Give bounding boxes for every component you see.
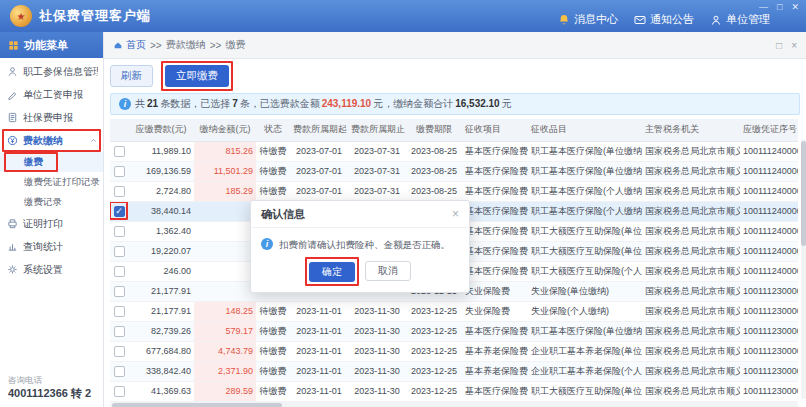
- dialog-close-icon[interactable]: ×: [452, 207, 459, 221]
- cell-pay-amount: [194, 281, 256, 301]
- sidebar-item-employee-info[interactable]: 职工参保信息管理: [0, 60, 103, 83]
- row-select-cell[interactable]: [110, 361, 128, 381]
- breadcrumb: 首页 >> 费款缴纳 >> 缴费 □ ×: [104, 32, 806, 59]
- chevron-up-icon: [89, 136, 98, 145]
- sidebar-item-fee-payment[interactable]: 费款缴纳: [0, 129, 103, 152]
- row-checkbox[interactable]: [114, 186, 125, 197]
- pay-total: 16,532.10: [455, 98, 500, 109]
- message-center-link[interactable]: 消息中心: [558, 12, 618, 27]
- header-pay-amount: 缴纳金额(元): [194, 119, 256, 141]
- header-period-start: 费款所属期起: [290, 119, 348, 141]
- cell-pay-amount: 815.26: [194, 141, 256, 161]
- cell-period-end: 2023-11-30: [348, 341, 406, 361]
- summary-text: 共21条数据，已选择7条，已选费款金额243,119.10元，缴纳金额合计16,…: [135, 97, 512, 111]
- sidebar-header: 功能菜单: [0, 32, 103, 58]
- row-select-cell[interactable]: [110, 381, 128, 401]
- sidebar-subitem-voucher-print-records[interactable]: 缴费凭证打印记录: [0, 172, 103, 192]
- row-select-cell[interactable]: [110, 161, 128, 181]
- dialog-body: i 扣费前请确认扣费险种、金额是否正确。: [251, 228, 469, 259]
- refresh-button[interactable]: 刷新: [110, 65, 153, 87]
- cell-levy-project: 基本医疗保险费: [462, 201, 528, 221]
- breadcrumb-home[interactable]: 首页: [113, 38, 146, 52]
- home-icon: [113, 40, 123, 50]
- row-select-cell[interactable]: [110, 261, 128, 281]
- vertical-scrollbar-thumb[interactable]: [801, 141, 806, 246]
- cell-tax-authority: 国家税务总局北京市顺义区...: [642, 141, 740, 161]
- row-select-cell[interactable]: [110, 201, 128, 221]
- row-checkbox[interactable]: [114, 386, 125, 397]
- row-checkbox[interactable]: [114, 166, 125, 177]
- sidebar-item-certificate-print[interactable]: 证明打印: [0, 212, 103, 235]
- cell-levy-project: 基本医疗保险费: [462, 161, 528, 181]
- unit-management-link[interactable]: 单位管理: [710, 12, 770, 27]
- row-checkbox[interactable]: [114, 146, 125, 157]
- maximize-icon[interactable]: □: [777, 2, 782, 12]
- cell-pay-amount: 185.29: [194, 181, 256, 201]
- cell-status: 待缴费: [256, 341, 290, 361]
- row-checkbox[interactable]: [114, 246, 125, 257]
- close-tab-icon[interactable]: ×: [791, 40, 797, 51]
- row-checkbox[interactable]: [114, 346, 125, 357]
- row-select-cell[interactable]: [110, 141, 128, 161]
- cell-voucher-no: 100111240000...: [740, 141, 798, 161]
- table-row[interactable]: 21,177.91 148.25 待缴费 2023-11-01 2023-11-…: [110, 301, 798, 321]
- restore-tab-icon[interactable]: □: [776, 40, 782, 51]
- table-row[interactable]: 82,739.26 579.17 待缴费 2023-11-01 2023-11-…: [110, 321, 798, 341]
- row-checkbox[interactable]: [114, 226, 125, 237]
- row-select-cell[interactable]: [110, 221, 128, 241]
- sidebar-item-fee-declare[interactable]: 社保费申报: [0, 106, 103, 129]
- row-checkbox[interactable]: [114, 286, 125, 297]
- sidebar-menu: 职工参保信息管理 单位工资申报 社保费申报 费款缴纳 缴费: [0, 58, 103, 281]
- dialog-cancel-button[interactable]: 取消: [365, 261, 411, 281]
- printer-icon: [7, 218, 18, 229]
- cell-period-end: 2023-11-30: [348, 301, 406, 321]
- row-select-cell[interactable]: [110, 301, 128, 321]
- close-icon[interactable]: ✕: [791, 2, 799, 12]
- minimize-icon[interactable]: —: [759, 2, 768, 12]
- sidebar-subitem-payment-records[interactable]: 缴费记录: [0, 192, 103, 212]
- table-row[interactable]: 169,136.59 11,501.29 待缴费 2023-07-01 2023…: [110, 161, 798, 181]
- row-select-cell[interactable]: [110, 341, 128, 361]
- row-checkbox[interactable]: [114, 266, 125, 277]
- row-checkbox[interactable]: [114, 366, 125, 377]
- cell-levy-project: 基本医疗保险费: [462, 221, 528, 241]
- cell-tax-authority: 国家税务总局北京市顺义区...: [642, 241, 740, 261]
- header-status: 状态: [256, 119, 290, 141]
- row-checkbox[interactable]: [114, 326, 125, 337]
- cell-amount-due: 246.00: [128, 261, 194, 281]
- dialog-title: 确认信息: [261, 207, 305, 222]
- sidebar-subitem-pay[interactable]: 缴费: [0, 152, 103, 172]
- person-doc-icon: [7, 66, 18, 77]
- person-icon: [710, 14, 722, 26]
- dialog-ok-button[interactable]: 确定: [309, 262, 355, 282]
- cell-levy-item: 职工基本医疗保险(单位缴纳): [528, 321, 642, 341]
- table-row[interactable]: 677,684.80 4,743.79 待缴费 2023-11-01 2023-…: [110, 341, 798, 361]
- row-select-cell[interactable]: [110, 181, 128, 201]
- money-icon: [7, 135, 18, 146]
- cell-period-start: 2023-11-01: [290, 321, 348, 341]
- row-select-cell[interactable]: [110, 241, 128, 261]
- cell-levy-project: 失业保险费: [462, 301, 528, 321]
- cell-levy-project: 基本医疗保险费: [462, 381, 528, 401]
- cell-pay-amount: 579.17: [194, 321, 256, 341]
- table-row[interactable]: 2,724.80 185.29 待缴费 2023-07-01 2023-07-3…: [110, 181, 798, 201]
- pen-icon: [7, 89, 18, 100]
- selected-amount: 243,119.10: [322, 98, 372, 109]
- horizontal-scrollbar-thumb[interactable]: [112, 403, 282, 407]
- sidebar-item-system-settings[interactable]: 系统设置: [0, 258, 103, 281]
- bell-icon: [558, 14, 570, 26]
- cell-deadline: 2023-08-25: [406, 161, 462, 181]
- row-checkbox[interactable]: [114, 306, 125, 317]
- pay-now-button[interactable]: 立即缴费: [165, 65, 229, 87]
- notice-board-link[interactable]: 通知公告: [634, 12, 694, 27]
- row-select-cell[interactable]: [110, 281, 128, 301]
- sidebar-item-query-stats[interactable]: 查询统计: [0, 235, 103, 258]
- sidebar-item-salary-declare[interactable]: 单位工资申报: [0, 83, 103, 106]
- row-checkbox[interactable]: [114, 206, 125, 217]
- table-row[interactable]: 338,842.40 2,371.90 待缴费 2023-11-01 2023-…: [110, 361, 798, 381]
- cell-status: 待缴费: [256, 381, 290, 401]
- table-row[interactable]: 11,989.10 815.26 待缴费 2023-07-01 2023-07-…: [110, 141, 798, 161]
- row-select-cell[interactable]: [110, 321, 128, 341]
- table-row[interactable]: 41,369.63 289.59 待缴费 2023-11-01 2023-11-…: [110, 381, 798, 401]
- cell-period-end: 2023-07-31: [348, 141, 406, 161]
